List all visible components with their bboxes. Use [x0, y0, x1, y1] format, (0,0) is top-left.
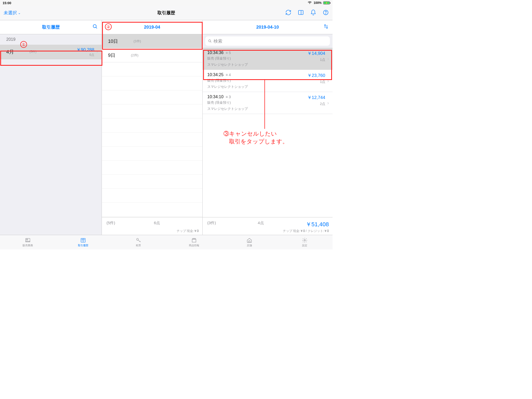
search-input[interactable]: 検索 [205, 36, 330, 46]
tab-label: 取引履歴 [78, 244, 88, 247]
tx-time: 10:34:36 [207, 50, 223, 55]
svg-line-7 [210, 42, 211, 42]
status-time: 15:00 [3, 1, 11, 5]
month-amount: ￥90,288 [76, 47, 94, 53]
tx-type: 販売 (現金預り) [207, 100, 307, 105]
tx-amount: ￥14,904 [307, 50, 325, 56]
empty-row [102, 147, 202, 161]
transaction-row-1[interactable]: 10:34:36 ≡ 5 販売 (現金預り) スマレジセレクトショップ ￥14,… [203, 48, 332, 70]
help-icon[interactable] [323, 9, 329, 17]
empty-row [102, 76, 202, 90]
bell-icon[interactable] [310, 9, 316, 17]
empty-row [102, 175, 202, 189]
empty-row [102, 203, 202, 217]
month-row-april[interactable]: 4月 (5件) ￥90,288 6点 › [0, 45, 102, 59]
tab-store[interactable]: 店舗 [222, 235, 277, 249]
months-pane: 2019 4月 (5件) ￥90,288 6点 › [0, 34, 102, 235]
tx-type: 販売 (現金預り) [207, 78, 307, 83]
refresh-icon[interactable] [285, 9, 291, 17]
tx-time: 10:34:10 [207, 95, 223, 99]
nav-store-select[interactable]: 未選択 ⌄ [4, 10, 21, 16]
days-summary-points: 6点 [154, 221, 160, 225]
tab-products[interactable]: 商品情報 [166, 235, 222, 249]
tab-history[interactable]: 取引履歴 [55, 235, 111, 249]
tx-id: ≡ 5 [226, 51, 231, 55]
column-headers: 取引履歴 2019-04 2019-04-10 [0, 20, 332, 34]
home-icon [246, 237, 253, 243]
tx-type: 販売 (現金預り) [207, 56, 307, 61]
tx-amount: ￥23,760 [307, 72, 325, 78]
col1-title: 取引履歴 [42, 24, 60, 30]
days-summary: (5件) 6点 チップ 現金:￥0 [102, 217, 202, 235]
tx-store: スマレジセレクトショップ [207, 62, 307, 67]
nav-title: 取引履歴 [0, 10, 332, 16]
days-summary-count: (5件) [107, 221, 115, 225]
empty-row [102, 104, 202, 118]
svg-point-20 [304, 240, 306, 241]
svg-point-3 [325, 14, 326, 14]
tx-store: スマレジセレクトショップ [207, 107, 307, 111]
credit-amount: ￥0 [324, 229, 329, 233]
tab-sales[interactable]: 販売業務 [0, 235, 55, 249]
col3-header[interactable]: 2019-04-10 [203, 20, 332, 34]
transactions-summary: (3件) 4点 ￥51,408 チップ 現金:￥0 / クレジット:￥0 [203, 217, 332, 235]
tab-settlement[interactable]: 精算 [111, 235, 166, 249]
day-count: (2件) [131, 53, 138, 58]
empty-row [102, 62, 202, 76]
tx-points: 2点 [307, 102, 325, 106]
col2-title: 2019-04 [144, 25, 160, 30]
svg-point-17 [137, 238, 138, 240]
svg-rect-0 [298, 10, 303, 15]
panels-icon[interactable] [298, 9, 304, 17]
tab-label: 店舗 [247, 244, 252, 247]
key-icon [135, 237, 142, 243]
empty-row [102, 118, 202, 132]
day-name: 10日 [108, 38, 118, 44]
month-name: 4月 [6, 49, 14, 55]
day-name: 9日 [108, 52, 115, 58]
empty-row [102, 90, 202, 104]
days-pane: 10日 (3件) 9日 (2件) [102, 34, 203, 235]
status-bar: 15:00 100% ⚡ [0, 0, 332, 6]
credit-label: / クレジット: [305, 229, 324, 233]
search-icon[interactable] [92, 24, 98, 31]
tab-label: 設定 [302, 244, 307, 247]
svg-rect-18 [192, 239, 196, 242]
transaction-row-2[interactable]: 10:34:25 ≡ 4 販売 (現金預り) スマレジセレクトショップ ￥23,… [203, 70, 332, 92]
transactions-pane: 検索 10:34:36 ≡ 5 販売 (現金預り) スマレジセレクトショップ ￥… [203, 34, 332, 235]
empty-row [102, 132, 202, 147]
battery-icon: ⚡ [323, 1, 330, 4]
tx-points: 1点 [307, 57, 325, 62]
year-header: 2019 [0, 34, 102, 45]
chevron-right-icon: › [96, 49, 98, 55]
col3-title: 2019-04-10 [256, 25, 279, 30]
svg-point-4 [93, 25, 96, 28]
tx-amount: ￥12,744 [307, 95, 325, 101]
tab-settings[interactable]: 設定 [277, 235, 332, 249]
status-battery-pct: 100% [314, 1, 322, 5]
book-icon [80, 237, 87, 243]
day-row-9[interactable]: 9日 (2件) [102, 48, 202, 62]
tx-points: 1点 [307, 79, 325, 84]
col2-header[interactable]: 2019-04 [102, 20, 203, 34]
tab-bar: 販売業務 取引履歴 精算 商品情報 店舗 設定 [0, 235, 332, 249]
empty-row [102, 161, 202, 175]
search-placeholder: 検索 [214, 38, 222, 44]
wifi-icon [308, 1, 312, 4]
tx-summary-points: 4点 [258, 221, 264, 228]
svg-point-6 [209, 40, 211, 42]
tip-label: チップ 現金: [177, 229, 194, 233]
chevron-down-icon: ⌄ [18, 11, 21, 15]
tab-label: 精算 [136, 244, 141, 247]
day-row-10[interactable]: 10日 (3件) [102, 34, 202, 48]
search-icon [208, 39, 212, 43]
nav-bar: 未選択 ⌄ 取引履歴 [0, 6, 332, 20]
tip-label: チップ 現金: [283, 229, 300, 233]
tip-amount: ￥0 [300, 229, 305, 233]
sort-icon[interactable] [323, 24, 329, 31]
tx-summary-total: ￥51,408 [306, 221, 329, 228]
empty-row [102, 189, 202, 203]
transaction-row-3[interactable]: 10:34:10 ≡ 3 販売 (現金預り) スマレジセレクトショップ ￥12,… [203, 92, 332, 114]
tx-store: スマレジセレクトショップ [207, 84, 307, 89]
col1-header: 取引履歴 [0, 20, 102, 34]
